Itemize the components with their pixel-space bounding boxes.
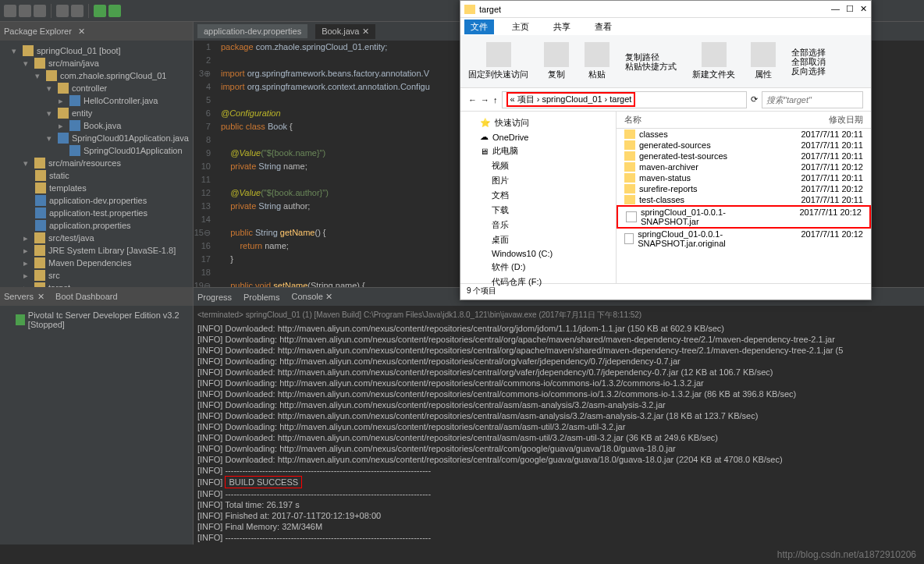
folder-icon: [464, 5, 475, 14]
window-title: target: [479, 5, 501, 14]
toolbar-icon[interactable]: [56, 5, 69, 17]
sidebar-drive-d[interactable]: 软件 (D:): [464, 260, 612, 275]
home-tab[interactable]: 主页: [506, 20, 535, 34]
tree-item[interactable]: ▸HelloController.java: [0, 94, 193, 107]
sidebar-thispc[interactable]: 🖥 此电脑: [464, 144, 612, 158]
sidebar-pictures[interactable]: 图片: [464, 173, 612, 188]
up-button[interactable]: ↑: [493, 95, 498, 105]
column-date[interactable]: 修改日期: [785, 114, 863, 126]
tree-item[interactable]: application.properties: [0, 219, 193, 232]
tree-item[interactable]: ▾src/main/java: [0, 57, 193, 69]
close-icon[interactable]: ✕: [78, 27, 85, 37]
tree-item[interactable]: application-test.properties: [0, 207, 193, 219]
build-success-badge: BUILD SUCCESS: [225, 476, 302, 488]
paste-icon[interactable]: [585, 42, 609, 67]
column-name[interactable]: 名称: [624, 114, 785, 126]
back-button[interactable]: ←: [468, 95, 477, 105]
file-list: 名称 修改日期 classes2017/7/11 20:11generated-…: [617, 112, 871, 283]
explorer-ribbon-tabs: 文件 主页 共享 查看: [460, 18, 871, 35]
explorer-ribbon: 固定到快速访问 复制 粘贴 复制路径 粘贴快捷方式 新建文件夹 属性 全部选择 …: [460, 35, 871, 88]
file-row[interactable]: generated-sources2017/7/11 20:11: [617, 140, 871, 151]
properties-icon[interactable]: [751, 42, 776, 67]
close-icon[interactable]: ✕: [362, 27, 369, 37]
editor-tab[interactable]: application-dev.properties: [197, 24, 307, 38]
toolbar-icon[interactable]: [71, 5, 84, 17]
close-button[interactable]: ✕: [860, 4, 867, 14]
tree-item[interactable]: ▸JRE System Library [JavaSE-1.8]: [0, 244, 193, 257]
package-explorer-panel: Package Explorer ✕ ▾springCloud_01 [boot…: [0, 22, 194, 287]
sidebar-quick-access[interactable]: ⭐ 快速访问: [464, 115, 612, 130]
tree-project[interactable]: ▾springCloud_01 [boot]: [0, 44, 193, 57]
problems-tab[interactable]: Problems: [243, 293, 279, 302]
explorer-titlebar[interactable]: target — ☐ ✕: [460, 1, 871, 18]
refresh-button[interactable]: ⟳: [751, 94, 758, 105]
share-tab[interactable]: 共享: [547, 20, 577, 34]
file-row[interactable]: springCloud_01-0.0.1-SNAPSHOT.jar.origin…: [617, 229, 871, 249]
tree-item[interactable]: static: [0, 169, 193, 182]
maximize-button[interactable]: ☐: [846, 4, 854, 14]
tree-item[interactable]: ▾entity: [0, 107, 193, 119]
address-input[interactable]: « 项目 › springCloud_01 › target: [502, 91, 748, 108]
file-row[interactable]: classes2017/7/11 20:11: [617, 129, 871, 140]
progress-tab[interactable]: Progress: [197, 293, 232, 302]
sidebar-downloads[interactable]: 下载: [464, 203, 612, 218]
server-item[interactable]: Pivotal tc Server Developer Edition v3.2…: [4, 310, 189, 330]
console-header: <terminated> springCloud_01 (1) [Maven B…: [197, 310, 920, 323]
tree-item[interactable]: ▾SpringCloud01Application.java: [0, 132, 193, 144]
file-row[interactable]: test-classes2017/7/11 20:11: [617, 194, 871, 205]
sidebar-videos[interactable]: 视频: [464, 158, 612, 173]
run-icon[interactable]: [94, 5, 106, 17]
tree-item[interactable]: ▾com.zhaole.springCloud_01: [0, 69, 193, 82]
sidebar-documents[interactable]: 文档: [464, 188, 612, 203]
new-folder-icon[interactable]: [702, 42, 727, 67]
file-row[interactable]: maven-status2017/7/11 20:11: [617, 172, 871, 183]
watermark: http://blog.csdn.net/a1872910206: [777, 549, 916, 560]
servers-panel: Servers ✕ Boot Dashboard Pivotal tc Serv…: [0, 287, 194, 544]
sidebar-music[interactable]: 音乐: [464, 218, 612, 232]
explorer-sidebar: ⭐ 快速访问 ☁ OneDrive 🖥 此电脑 视频 图片 文档 下载 音乐 桌…: [460, 112, 617, 283]
address-path: « 项目 › springCloud_01 › target: [506, 92, 636, 107]
explorer-window: target — ☐ ✕ 文件 主页 共享 查看 固定到快速访问 复制 粘贴 复…: [460, 0, 872, 300]
toolbar-icon[interactable]: [19, 5, 31, 17]
console-tab[interactable]: Console ✕: [292, 292, 332, 302]
boot-dashboard-tab[interactable]: Boot Dashboard: [55, 292, 118, 301]
tree-item[interactable]: SpringCloud01Application: [0, 144, 193, 157]
forward-button[interactable]: →: [481, 95, 489, 105]
invert-selection[interactable]: 反向选择: [791, 66, 826, 76]
file-tab[interactable]: 文件: [464, 20, 494, 34]
view-tab[interactable]: 查看: [588, 20, 618, 34]
search-input[interactable]: [762, 91, 863, 108]
pin-icon[interactable]: [486, 42, 511, 67]
copy-path[interactable]: 复制路径: [625, 52, 677, 62]
explorer-address-bar: ← → ↑ « 项目 › springCloud_01 › target ⟳: [460, 88, 871, 112]
file-row[interactable]: generated-test-sources2017/7/11 20:11: [617, 151, 871, 161]
minimize-button[interactable]: —: [831, 4, 840, 14]
servers-tab[interactable]: Servers: [4, 292, 34, 301]
console-output[interactable]: <terminated> springCloud_01 (1) [Maven B…: [194, 306, 924, 544]
select-all[interactable]: 全部选择: [791, 48, 826, 57]
tree-item[interactable]: ▾src/main/resources: [0, 157, 193, 169]
tree-item[interactable]: ▸Book.java: [0, 119, 193, 132]
tree-item[interactable]: ▸Maven Dependencies: [0, 257, 193, 269]
file-row[interactable]: maven-archiver2017/7/11 20:12: [617, 161, 871, 172]
tree-item[interactable]: application-dev.properties: [0, 194, 193, 207]
sidebar-onedrive[interactable]: ☁ OneDrive: [464, 130, 612, 144]
tree-item[interactable]: templates: [0, 182, 193, 194]
toolbar-icon[interactable]: [4, 5, 16, 17]
paste-shortcut[interactable]: 粘贴快捷方式: [625, 62, 677, 71]
select-none[interactable]: 全部取消: [791, 57, 826, 66]
file-row[interactable]: surefire-reports2017/7/11 20:12: [617, 183, 871, 194]
tree-item[interactable]: ▸src/test/java: [0, 232, 193, 244]
copy-icon[interactable]: [544, 42, 569, 67]
file-row[interactable]: springCloud_01-0.0.1-SNAPSHOT.jar2017/7/…: [617, 205, 871, 229]
tree-item[interactable]: ▾controller: [0, 82, 193, 94]
editor-tab-active[interactable]: Book.java ✕: [315, 24, 375, 39]
panel-title: Package Explorer: [4, 27, 72, 36]
sidebar-drive-c[interactable]: Windows10 (C:): [464, 247, 612, 260]
debug-icon[interactable]: [108, 5, 121, 17]
tree-item[interactable]: ▸src: [0, 269, 193, 282]
sidebar-desktop[interactable]: 桌面: [464, 232, 612, 247]
package-explorer-header: Package Explorer ✕: [0, 22, 193, 41]
toolbar-icon[interactable]: [34, 5, 46, 17]
project-tree: ▾springCloud_01 [boot] ▾src/main/java ▾c…: [0, 41, 193, 310]
